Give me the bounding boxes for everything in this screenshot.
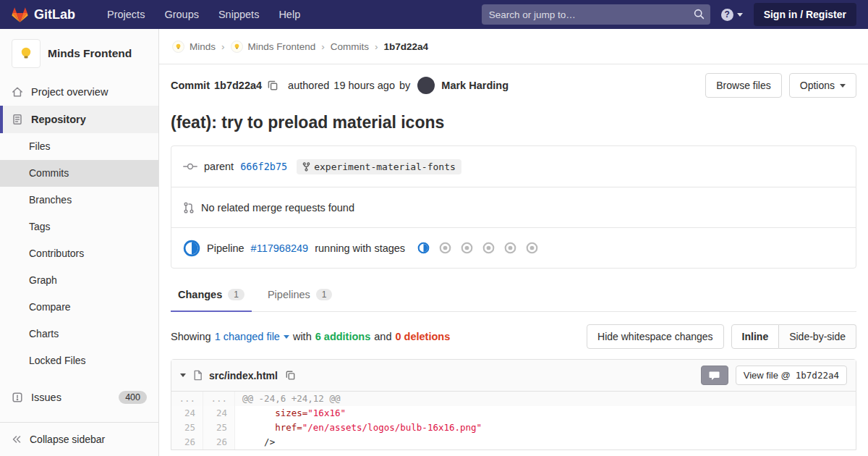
copy-icon [268, 80, 278, 90]
sidebar-item-charts[interactable]: Charts [0, 321, 158, 347]
changes-count-badge: 1 [228, 289, 244, 300]
stage-created-icon[interactable] [461, 242, 473, 254]
new-line-number[interactable]: 25 [203, 421, 235, 435]
diff-file-name[interactable]: src/index.html [209, 370, 278, 381]
copy-file-path-button[interactable] [284, 369, 297, 381]
sidebar-item-branches[interactable]: Branches [0, 187, 158, 214]
help-dropdown[interactable]: ? [721, 9, 743, 21]
double-chevron-left-icon [12, 434, 22, 444]
tab-changes-label: Changes [178, 289, 222, 300]
sidebar-item-tags[interactable]: Tags [0, 214, 158, 240]
sidebar-item-compare[interactable]: Compare [0, 294, 158, 321]
authored-by: by [399, 80, 410, 91]
nav-projects[interactable]: Projects [107, 9, 145, 20]
stage-running-icon[interactable] [417, 242, 430, 254]
view-file-sha: 1b7d22a4 [796, 370, 839, 381]
search-input[interactable] [482, 4, 710, 25]
old-line-number[interactable]: 26 [171, 435, 203, 449]
diff-table: ... ... @@ -24,6 +24,12 @@ 24 24 sizes="… [171, 392, 856, 449]
and-label: and [374, 331, 391, 342]
breadcrumb-group-link[interactable]: Minds [190, 41, 216, 52]
author-name-link[interactable]: Mark Harding [441, 80, 509, 91]
diff-hunk-row: ... ... @@ -24,6 +24,12 @@ [171, 392, 856, 406]
options-label: Options [800, 80, 835, 91]
commit-label: Commit [171, 80, 210, 91]
gitlab-home-link[interactable]: GitLab [12, 7, 75, 23]
author-avatar[interactable] [417, 77, 435, 94]
sidebar-item-contributors[interactable]: Contributors [0, 240, 158, 267]
chevron-down-icon [840, 84, 846, 88]
toggle-comments-button[interactable] [701, 366, 728, 385]
sidebar-item-files[interactable]: Files [0, 133, 158, 160]
tab-changes[interactable]: Changes 1 [171, 279, 252, 312]
sidebar-item-issues[interactable]: Issues 400 [0, 384, 158, 411]
options-dropdown[interactable]: Options [789, 73, 856, 98]
nav-help[interactable]: Help [278, 9, 300, 20]
nav-snippets[interactable]: Snippets [218, 9, 259, 20]
pipeline-running-status-icon[interactable] [183, 240, 200, 257]
old-line-number[interactable]: 24 [171, 406, 203, 421]
copy-sha-button[interactable] [266, 79, 279, 92]
browse-files-button[interactable]: Browse files [705, 73, 781, 98]
inline-view-button[interactable]: Inline [731, 324, 780, 349]
parent-sha-link[interactable]: 666f2b75 [240, 161, 287, 172]
commit-title: (feat): try to preload material icons [171, 113, 856, 132]
view-file-button[interactable]: View file @ 1b7d22a4 [736, 366, 847, 385]
pipeline-status-text: running with stages [315, 242, 405, 254]
collapse-diff-caret[interactable] [180, 373, 186, 377]
mini-pipeline-graph [417, 242, 538, 254]
commit-header: Commit 1b7d22a4 authored 19 hours ago by… [171, 73, 856, 98]
side-by-side-view-button[interactable]: Side-by-side [779, 324, 856, 349]
no-merge-requests-text: No related merge requests found [201, 202, 354, 214]
tab-pipelines-label: Pipelines [268, 289, 310, 300]
code-line: /> [235, 435, 856, 449]
parent-row: parent 666f2b75 experiment-material-font… [171, 146, 856, 187]
lightbulb-icon [17, 45, 35, 62]
stage-created-icon[interactable] [526, 242, 538, 254]
code-line: href="/en/assets/logos/bulb-16x16.png" [235, 421, 856, 435]
code-line: sizes="16x16" [235, 406, 856, 421]
merge-requests-row: No related merge requests found [171, 187, 856, 227]
showing-label: Showing [171, 331, 211, 342]
new-line-number[interactable]: 24 [203, 406, 235, 421]
sidebar-item-label: Project overview [31, 86, 108, 98]
stage-created-icon[interactable] [482, 242, 495, 254]
search-icon [694, 9, 705, 20]
breadcrumb-project-link[interactable]: Minds Frontend [248, 41, 316, 52]
nav-groups[interactable]: Groups [164, 9, 199, 20]
sidebar-nav: Project overview Repository Files Commit… [0, 78, 158, 411]
chevron-down-icon [284, 335, 289, 339]
sidebar-item-project-overview[interactable]: Project overview [0, 78, 158, 106]
new-line-number[interactable]: 26 [203, 435, 235, 449]
main-menu: Projects Groups Snippets Help [107, 9, 300, 20]
branch-name: experiment-material-fonts [314, 161, 456, 172]
tab-pipelines[interactable]: Pipelines 1 [260, 279, 340, 312]
stage-created-icon[interactable] [504, 242, 516, 254]
diff-line-row: 26 26 /> [171, 435, 856, 449]
changed-files-label: 1 changed file [215, 331, 280, 342]
project-name: Minds Frontend [48, 47, 132, 60]
diff-line-row: 25 25 href="/en/assets/logos/bulb-16x16.… [171, 421, 856, 435]
sidebar-item-repository[interactable]: Repository [0, 106, 158, 133]
changed-files-dropdown[interactable]: 1 changed file [215, 331, 289, 342]
branch-icon [302, 162, 310, 172]
collapse-sidebar-button[interactable]: Collapse sidebar [0, 422, 158, 456]
sidebar-item-locked-files[interactable]: Locked Files [0, 347, 158, 374]
breadcrumb-commits-link[interactable]: Commits [331, 41, 369, 52]
help-icon: ? [721, 9, 733, 21]
issues-icon [12, 392, 23, 403]
sidebar-item-commits[interactable]: Commits [0, 160, 158, 187]
pipeline-id-link[interactable]: #117968249 [251, 242, 309, 254]
branch-ref[interactable]: experiment-material-fonts [297, 159, 461, 174]
project-avatar[interactable] [12, 39, 41, 68]
copy-icon [286, 371, 295, 380]
commit-info-box: parent 666f2b75 experiment-material-font… [171, 145, 856, 269]
sign-in-button[interactable]: Sign in / Register [754, 3, 856, 26]
project-sidebar: Minds Frontend Project overview Reposito… [0, 29, 159, 456]
old-line-number[interactable]: 25 [171, 421, 203, 435]
diff-file-header: src/index.html View file @ [171, 360, 856, 392]
hide-whitespace-button[interactable]: Hide whitespace changes [587, 324, 724, 349]
lightbulb-icon [174, 43, 182, 51]
stage-created-icon[interactable] [439, 242, 451, 254]
sidebar-item-graph[interactable]: Graph [0, 267, 158, 294]
